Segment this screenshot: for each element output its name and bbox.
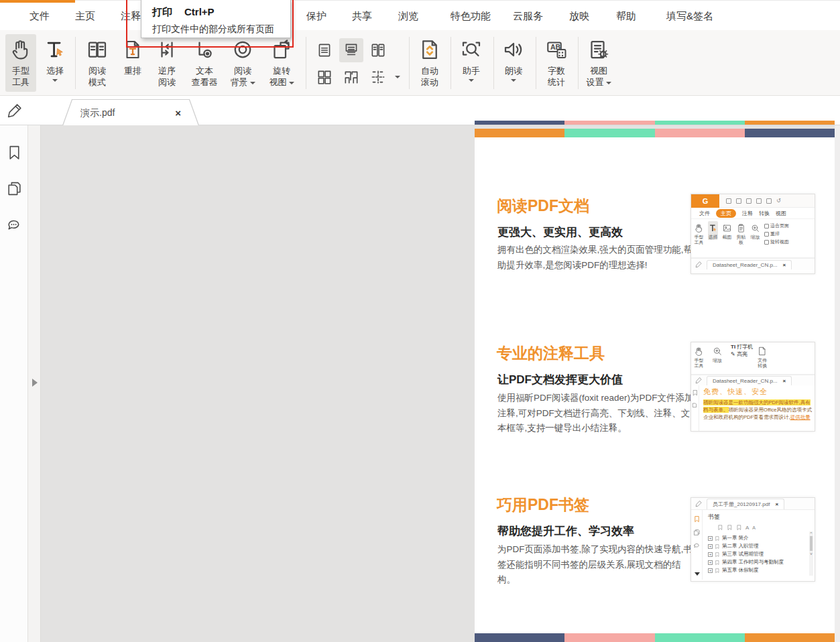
bookmarks-panel-icon[interactable] — [6, 144, 23, 164]
mini-pencil-icon — [695, 377, 703, 384]
menu-tab-share[interactable]: 共享 — [351, 6, 373, 27]
word-count-button[interactable]: AB 字数 统计 — [540, 34, 573, 92]
bookmark-item: +第一章 简介 — [708, 534, 811, 542]
menu-tab-home[interactable]: 主页 — [74, 6, 97, 27]
menu-tab-view[interactable]: 浏览 — [397, 6, 420, 27]
read-background-button[interactable]: 阅读 背景 — [226, 34, 259, 92]
text-select-icon — [44, 34, 66, 65]
menu-tab-fill-sign[interactable]: 填写&签名 — [665, 6, 715, 27]
highlighted-text: 档与表单。 — [703, 407, 729, 413]
auto-scroll-button[interactable]: 自动 滚动 — [414, 34, 445, 92]
single-page-icon — [316, 42, 333, 59]
assistant-caret[interactable] — [469, 79, 474, 82]
toolbar-separator — [493, 37, 494, 89]
reverse-read-label: 逆序 阅读 — [158, 65, 176, 88]
view-settings-caret[interactable] — [606, 82, 611, 84]
mini-sidebar — [691, 510, 703, 580]
quad-page-icon — [316, 68, 333, 86]
rotate-view-icon — [269, 34, 294, 65]
menu-tab-slideshow[interactable]: 放映 — [568, 6, 591, 27]
mini-collapse-icon — [695, 572, 700, 576]
read-aloud-button[interactable]: 朗读 — [499, 34, 528, 92]
section-subtitle: 让PDF文档发挥更大价值 — [497, 372, 623, 387]
menu-tab-protect[interactable]: 保护 — [305, 6, 328, 27]
assistant-button[interactable]: 助手 — [456, 34, 487, 92]
mini-title-bar: G ↺ — [691, 194, 815, 208]
rotate-view-button[interactable]: 旋转 视图 — [264, 34, 299, 92]
word-count-label: 字数 统计 — [548, 65, 565, 88]
print-tooltip-title: 打印Ctrl+P — [152, 6, 290, 19]
rotate-view-label: 旋转 视图 — [269, 65, 294, 88]
continuous-page-icon — [343, 42, 360, 59]
feature-screenshot-reader: G ↺ 文件 主页 注释 转换 视图 — [691, 194, 815, 274]
menu-tab-features[interactable]: 特色功能 — [449, 6, 492, 27]
facing-view-button[interactable] — [366, 38, 390, 62]
continuous-view-button[interactable] — [339, 38, 363, 62]
document-tab[interactable]: 演示.pdf × — [63, 100, 198, 126]
bookmark-item: +第二章 入职管理 — [708, 542, 811, 550]
document-area: 阅读PDF文档 更强大、更实用、更高效 拥有出色的文档渲染效果,强大的页面管理功… — [0, 125, 840, 642]
mini-clipboard-tool: 剪贴 板 — [736, 221, 746, 245]
mini-zoom-tool: 缩放 — [712, 344, 723, 363]
mini-scrollbar: ^v — [809, 531, 813, 576]
facing-page-icon — [369, 42, 387, 59]
text-viewer-button[interactable]: 文本 查看器 — [186, 34, 223, 92]
read-mode-button[interactable]: 阅读 模式 — [81, 34, 113, 92]
select-tool-button[interactable]: 选择 — [40, 34, 70, 92]
mini-quick-access-toolbar: ↺ — [726, 198, 781, 204]
tab-close-icon[interactable]: × — [175, 107, 181, 119]
scrollbar-track[interactable] — [835, 125, 840, 642]
mini-menu-convert: 转换 — [759, 210, 770, 217]
delete-bookmark-icon — [736, 524, 742, 531]
rotate-view-caret[interactable] — [289, 82, 294, 84]
split-view-caret[interactable] — [395, 76, 400, 78]
read-background-caret[interactable] — [250, 82, 255, 84]
edit-bookmark-icon — [727, 524, 733, 531]
toolbar-separator — [451, 37, 451, 89]
view-settings-label: 视图 设置 — [587, 65, 611, 88]
view-settings-text: 视图 设置 — [587, 66, 608, 87]
auto-scroll-label: 自动 滚动 — [421, 65, 438, 88]
pencil-icon[interactable] — [7, 102, 23, 121]
menu-tab-file[interactable]: 文件 — [28, 6, 51, 27]
mini-select-tool: 选择 — [708, 221, 718, 240]
pages-panel-icon[interactable] — [6, 180, 23, 200]
split-view-button[interactable] — [366, 65, 390, 89]
bookmark-panel-title: 书签 — [708, 513, 811, 521]
menu-tab-cloud[interactable]: 云服务 — [512, 6, 544, 27]
navigation-sidebar — [0, 125, 28, 642]
view-settings-button[interactable]: 视图 设置 — [582, 34, 615, 92]
mini-view-options: 适合页面 重排 旋转视图 — [764, 221, 789, 245]
open-file-icon — [726, 198, 731, 204]
section-subtitle: 更强大、更实用、更高效 — [497, 224, 623, 240]
previous-page-color-bar — [475, 121, 835, 125]
reverse-read-button[interactable]: 逆序 阅读 — [152, 34, 182, 92]
text-viewer-label: 文本 查看器 — [192, 65, 218, 88]
assistant-icon — [459, 34, 483, 65]
menu-tab-comment[interactable]: 注释 — [119, 6, 142, 27]
read-aloud-caret[interactable] — [511, 79, 516, 82]
hand-tool-button[interactable]: 手型 工具 — [5, 34, 36, 92]
page-top-color-bar — [475, 129, 835, 137]
select-dropdown-caret[interactable] — [52, 79, 58, 82]
menu-tab-help[interactable]: 帮助 — [615, 6, 638, 27]
toolbar-separator — [578, 37, 579, 89]
section-body: 拥有出色的文档渲染效果,强大的页面管理功能,帮助提升效率,是您阅读PDF的理想选… — [497, 243, 695, 273]
body-text: 福昕阅读器采用Office风格的选项卡式 — [729, 407, 812, 413]
rotate-view-text: 旋转 视图 — [269, 66, 291, 87]
add-bookmark-icon — [717, 524, 723, 531]
toolbar-separator — [409, 37, 410, 89]
bookmark-item: +第三章 试用期管理 — [708, 550, 811, 558]
single-page-view-button[interactable] — [312, 38, 337, 62]
facing-continuous-view-button[interactable] — [339, 65, 363, 89]
bookmark-item: +第四章 工作时间与考勤制度 — [708, 558, 811, 566]
quad-page-view-button[interactable] — [312, 65, 337, 89]
pdf-page[interactable]: 阅读PDF文档 更强大、更实用、更高效 拥有出色的文档渲染效果,强大的页面管理功… — [475, 129, 835, 642]
panel-expand-handle[interactable] — [32, 379, 38, 387]
mini-tab-row: Datasheet_Reader_CN.p...× — [691, 258, 815, 270]
reflow-button[interactable]: 重排 — [119, 34, 147, 92]
mini-tab-row: 员工手册_20120917.pdf× — [691, 498, 815, 510]
comments-panel-icon[interactable] — [6, 217, 23, 237]
mini-file-convert: 文件 转换 — [757, 344, 768, 369]
section-title: 专业的注释工具 — [497, 343, 605, 364]
